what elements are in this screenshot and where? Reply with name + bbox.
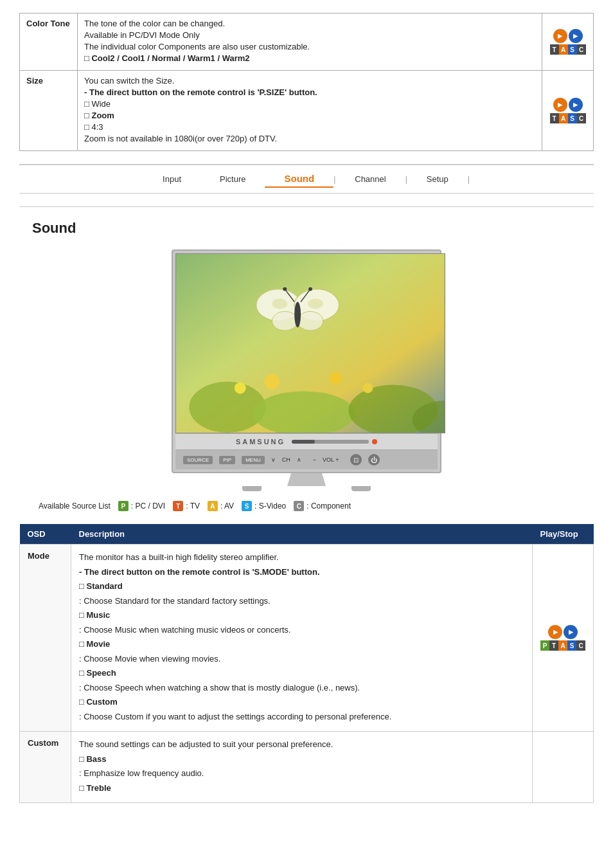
custom-label: Custom	[20, 732, 71, 803]
tv-bottom-bar: SAMSUNG	[175, 433, 438, 449]
badge-a: A	[208, 501, 218, 511]
custom-icon	[533, 732, 594, 803]
main-table: OSD Description Play/Stop Mode The monit…	[19, 524, 594, 803]
color-tone-label: Color Tone	[20, 14, 78, 71]
badge-t: T	[173, 501, 183, 511]
svg-point-1	[189, 382, 265, 433]
tv-foot-right	[351, 486, 371, 491]
tv-wrapper: SAMSUNG SOURCE PIP MENU ∨ CH ∧ − VOL + ⊡	[172, 249, 441, 491]
tasc-circle-left: ▶	[553, 29, 567, 43]
svg-point-18	[272, 299, 287, 309]
vol-minus-icon[interactable]: −	[313, 457, 316, 463]
nav-bar: Input Picture Sound | Channel | Setup |	[19, 164, 594, 194]
source-svideo: S : S-Video	[242, 501, 286, 511]
svg-point-17	[308, 287, 312, 291]
source-tv: T : TV	[173, 501, 200, 511]
pip-button[interactable]: PIP	[219, 456, 235, 464]
mode-label: Mode	[20, 545, 71, 732]
tv-progress-fill	[292, 440, 315, 444]
color-size-table: Color Tone The tone of the color can be …	[19, 13, 594, 151]
tv-brand: SAMSUNG	[236, 438, 285, 446]
nav-sep3: |	[468, 175, 470, 184]
power-icon[interactable]: ⏻	[368, 454, 380, 466]
divider	[19, 206, 594, 207]
badge-p: P	[118, 501, 129, 511]
custom-desc: The sound settings can be adjusted to su…	[71, 732, 533, 803]
color-tone-icon: ▶ ▶ T A S C	[542, 14, 594, 71]
nav-sound[interactable]: Sound	[265, 170, 333, 188]
tv-container: SAMSUNG SOURCE PIP MENU ∨ CH ∧ − VOL + ⊡	[19, 249, 594, 491]
source-pcdvi: P : PC / DVI	[118, 501, 165, 511]
menu-button[interactable]: MENU	[242, 456, 265, 464]
tv-stand	[172, 473, 441, 486]
header-osd: OSD	[20, 524, 71, 545]
source-tv-text: : TV	[186, 502, 200, 511]
svg-point-5	[265, 374, 280, 390]
nav-picture[interactable]: Picture	[200, 172, 265, 186]
svg-point-10	[272, 311, 298, 330]
ptasc-circle-left: ▶	[548, 625, 562, 639]
tv-scene-svg	[176, 254, 445, 433]
mode-desc: The monitor has a built-in high fidelity…	[71, 545, 533, 732]
mode-icon: ▶ ▶ P T A S C	[533, 545, 594, 732]
source-pcdvi-text: : PC / DVI	[131, 502, 165, 511]
tv-controls: SOURCE PIP MENU ∨ CH ∧ − VOL + ⊡ ⏻	[175, 449, 438, 469]
ch-down-icon[interactable]: ∨	[271, 457, 276, 463]
tv-bezel: SAMSUNG SOURCE PIP MENU ∨ CH ∧ − VOL + ⊡	[172, 249, 441, 473]
source-av-text: : AV	[220, 502, 234, 511]
svg-point-19	[308, 299, 323, 309]
svg-point-12	[298, 311, 323, 330]
tv-progress-bar	[292, 440, 369, 444]
size-desc: You can switch the Size. - The direct bu…	[78, 71, 542, 151]
svg-point-13	[294, 302, 301, 327]
tv-power-dot	[372, 439, 377, 444]
ch-label: CH	[282, 457, 290, 463]
source-button[interactable]: SOURCE	[183, 456, 213, 464]
svg-point-15	[283, 287, 287, 291]
source-svideo-text: : S-Video	[254, 502, 286, 511]
svg-point-7	[362, 383, 373, 393]
badge-c: C	[294, 501, 304, 511]
tasc-circle-right2: ▶	[569, 98, 583, 112]
table-row: Color Tone The tone of the color can be …	[20, 14, 594, 71]
header-playstop: Play/Stop	[533, 524, 594, 545]
table-header-row: OSD Description Play/Stop	[20, 524, 594, 545]
tv-screen	[175, 253, 445, 433]
tv-stand-body	[287, 473, 326, 486]
ptasc-circle-right: ▶	[564, 625, 578, 639]
tv-feet	[172, 486, 441, 491]
source-av: A : AV	[208, 501, 234, 511]
tasc-circle-right: ▶	[569, 29, 583, 43]
source-list: Available Source List P : PC / DVI T : T…	[39, 501, 594, 511]
source-list-label: Available Source List	[39, 502, 111, 511]
tasc-circle-left2: ▶	[553, 98, 567, 112]
source-component: C : Component	[294, 501, 351, 511]
svg-point-6	[330, 372, 342, 385]
nav-setup[interactable]: Setup	[407, 172, 468, 186]
tv-foot-left	[242, 486, 262, 491]
screen-icon[interactable]: ⊡	[350, 454, 362, 466]
vol-label: VOL +	[323, 457, 339, 463]
svg-point-8	[235, 383, 246, 394]
header-description: Description	[71, 524, 533, 545]
table-row: Custom The sound settings can be adjuste…	[20, 732, 594, 803]
badge-s: S	[242, 501, 252, 511]
nav-channel[interactable]: Channel	[335, 172, 405, 186]
size-icon: ▶ ▶ T A S C	[542, 71, 594, 151]
nav-input[interactable]: Input	[143, 172, 200, 186]
ch-up-icon[interactable]: ∧	[297, 457, 301, 463]
table-row: Mode The monitor has a built-in high fid…	[20, 545, 594, 732]
source-component-text: : Component	[306, 502, 351, 511]
section-title: Sound	[32, 220, 594, 237]
table-row: Size You can switch the Size. - The dire…	[20, 71, 594, 151]
size-label: Size	[20, 71, 78, 151]
color-tone-desc: The tone of the color can be changed. Av…	[78, 14, 542, 71]
